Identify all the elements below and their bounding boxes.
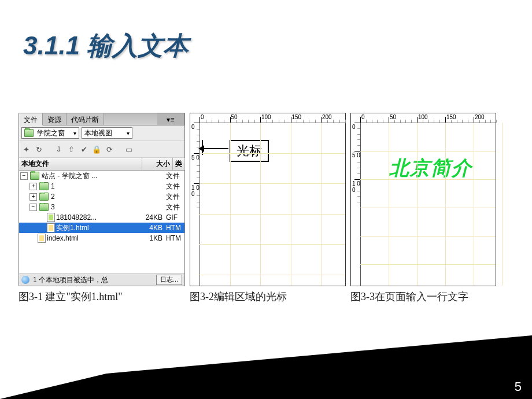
ruler-tick: 0 <box>352 124 356 130</box>
tree-header: 本地文件 大小 类 <box>19 158 184 171</box>
tree-item-label: 3 <box>51 203 55 211</box>
ruler-tick: 1 0 0 <box>352 180 360 193</box>
tree-item-label: 站点 - 学院之窗 ... <box>42 171 97 181</box>
tree-row[interactable]: 实例1.html4KBHTM <box>19 223 184 233</box>
tree-item-label: index.html <box>47 234 79 242</box>
tree-item-type: HTM <box>165 224 184 232</box>
figure-2-caption: 图3-2编辑区域的光标 <box>190 290 346 304</box>
ruler-tick: 0 <box>191 124 195 130</box>
chevron-down-icon: ▾ <box>73 130 76 136</box>
panel-menu-icon[interactable]: ▾≡ <box>157 113 184 125</box>
ruler-tick: 0 <box>361 114 365 120</box>
tree-item-type: GIF <box>165 213 184 221</box>
slide-footer-shape <box>0 335 532 399</box>
checkin-icon[interactable]: 🔒 <box>92 145 101 154</box>
put-icon[interactable]: ⇧ <box>66 145 76 154</box>
figure-3-caption: 图3-3在页面输入一行文字 <box>350 290 496 304</box>
tree-twisty[interactable]: + <box>29 183 37 190</box>
status-bar: 1 个本地项目被选中，总 日志... <box>19 274 184 286</box>
globe-icon <box>21 276 29 284</box>
expand-icon[interactable]: ▭ <box>124 145 134 154</box>
tree-row[interactable]: + 2文件 <box>19 191 184 202</box>
tree-item-type: 文件 <box>165 202 184 212</box>
folder-icon <box>30 172 39 180</box>
folder-icon <box>24 129 34 137</box>
site-dropdown-label: 学院之窗 <box>37 128 65 138</box>
col-size[interactable]: 大小 <box>142 158 173 170</box>
arrow-icon <box>202 148 228 149</box>
tree-item-type: HTM <box>165 234 184 242</box>
tab-files[interactable]: 文件 <box>19 113 43 125</box>
ruler-horizontal: 050100150200 <box>360 113 496 123</box>
tree-row[interactable]: 181048282...24KBGIF <box>19 212 184 223</box>
chevron-down-icon: ▾ <box>127 130 130 136</box>
tree-item-type: 文件 <box>165 192 184 202</box>
connect-icon[interactable]: ✦ <box>21 145 31 154</box>
tab-resources[interactable]: 资源 <box>43 113 66 125</box>
refresh-icon[interactable]: ↻ <box>34 145 43 154</box>
site-dropdown[interactable]: 学院之窗 ▾ <box>21 127 79 139</box>
tree-item-label: 181048282... <box>56 213 97 221</box>
site-selectors: 学院之窗 ▾ 本地视图 ▾ <box>19 125 184 141</box>
folder-icon <box>39 203 49 211</box>
gif-icon <box>47 213 55 222</box>
tree-item-label: 实例1.html <box>56 223 89 233</box>
tree-item-type: 文件 <box>165 171 184 181</box>
tree-row[interactable]: − 站点 - 学院之窗 ...文件 <box>19 171 184 181</box>
ruler-tick: 5 0 <box>352 152 360 158</box>
col-type[interactable]: 类 <box>173 158 185 170</box>
tree-twisty[interactable]: − <box>20 172 28 180</box>
log-button[interactable]: 日志... <box>156 275 182 285</box>
ruler-vertical: 05 01 0 0 <box>351 123 361 286</box>
files-panel: 文件 资源 代码片断 ▾≡ 学院之窗 ▾ 本地视图 ▾ ✦ ↻ <box>19 113 185 286</box>
tree-item-label: 1 <box>51 182 55 190</box>
figure-1-caption: 图3-1 建立"实例1.html" <box>19 290 185 304</box>
file-tree: − 站点 - 学院之窗 ...文件+ 1文件+ 2文件− 3文件 1810482… <box>19 171 184 274</box>
html-icon <box>47 223 55 232</box>
figure-1: 文件 资源 代码片断 ▾≡ 学院之窗 ▾ 本地视图 ▾ ✦ ↻ <box>19 113 185 304</box>
tree-row[interactable]: + 1文件 <box>19 181 184 191</box>
edit-area-cursor: 050100150200 05 01 0 0 光标 <box>190 113 346 286</box>
folder-icon <box>39 193 49 201</box>
edit-canvas[interactable]: 光标 <box>200 123 345 286</box>
tree-item-label: 2 <box>51 193 55 201</box>
ruler-tick: 0 <box>201 114 204 120</box>
sync-icon[interactable]: ⟳ <box>105 145 114 154</box>
view-dropdown-label: 本地视图 <box>84 128 112 138</box>
tab-snippets[interactable]: 代码片断 <box>66 113 104 125</box>
tree-item-size: 1KB <box>137 234 165 242</box>
folder-icon <box>39 182 49 190</box>
edit-area-text: 050100150200 05 01 0 0 北京简介 <box>350 113 496 286</box>
edit-canvas[interactable]: 北京简介 <box>360 123 496 286</box>
tree-twisty[interactable]: − <box>29 204 37 211</box>
panel-tabstrip: 文件 资源 代码片断 ▾≡ <box>19 113 184 125</box>
tree-row[interactable]: − 3文件 <box>19 202 184 212</box>
figure-3: 050100150200 05 01 0 0 北京简介 图3-3在页面输入一行文… <box>350 113 496 304</box>
ruler-tick: 50 <box>390 114 396 120</box>
status-text: 1 个本地项目被选中，总 <box>33 275 108 285</box>
entered-text: 北京简介 <box>389 155 472 182</box>
tree-row[interactable]: index.html1KBHTM <box>19 233 184 243</box>
cursor-label-box: 光标 <box>230 140 269 162</box>
ruler-corner <box>351 113 361 123</box>
checkout-icon[interactable]: ✔ <box>79 145 88 154</box>
tree-item-size: 4KB <box>137 224 165 232</box>
col-name[interactable]: 本地文件 <box>19 158 142 170</box>
get-icon[interactable]: ⇩ <box>54 145 63 154</box>
page-number: 5 <box>515 379 522 394</box>
html-icon <box>38 234 46 243</box>
panel-toolbar: ✦ ↻ ⇩ ⇧ ✔ 🔒 ⟳ ▭ <box>19 141 184 158</box>
view-dropdown[interactable]: 本地视图 ▾ <box>82 127 132 139</box>
tree-twisty[interactable]: + <box>29 193 37 201</box>
tree-item-size: 24KB <box>137 213 165 221</box>
ruler-corner <box>190 113 200 123</box>
ruler-horizontal: 050100150200 <box>200 113 345 123</box>
slide-title: 3.1.1 输入文本 <box>23 29 189 63</box>
tree-item-type: 文件 <box>165 182 184 191</box>
figure-row: 文件 资源 代码片断 ▾≡ 学院之窗 ▾ 本地视图 ▾ ✦ ↻ <box>19 113 513 304</box>
figure-2: 050100150200 05 01 0 0 光标 图3-2编辑区域的光标 <box>190 113 346 304</box>
